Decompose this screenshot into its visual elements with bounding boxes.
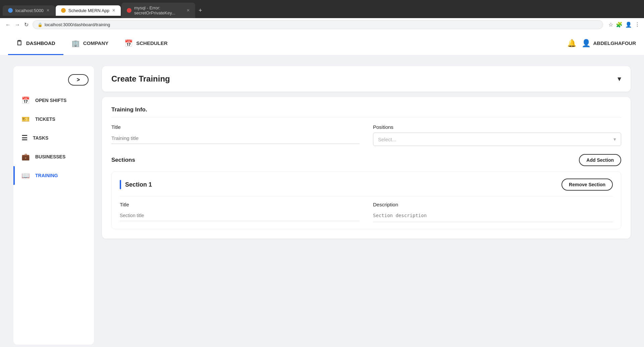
training-icon: 📖	[21, 171, 30, 180]
nav-dashboard[interactable]: 🗒 DASHBOAD	[8, 31, 63, 55]
close-tab-1[interactable]: ✕	[46, 8, 50, 13]
section-title-field: Title	[120, 202, 360, 222]
positions-select-wrapper[interactable]: Select... ▾	[373, 133, 621, 146]
training-info-row: Title Positions Select... ▾	[111, 124, 621, 146]
sidebar-toggle-area: >	[19, 74, 89, 86]
extensions-icon[interactable]: 🧩	[616, 21, 623, 28]
app-body: > 📅 OPEN SHIFTS 🎫 TICKETS ☰ TASKS 💼 BUSI…	[0, 55, 644, 347]
reload-button[interactable]: ↻	[23, 20, 30, 29]
nav-company-label: COMPANY	[83, 40, 109, 46]
positions-label: Positions	[373, 124, 621, 130]
nav-scheduler[interactable]: 📅 SCHEDULER	[116, 31, 175, 55]
tab-mysql[interactable]: mysql - Error: secretOrPrivateKey... ✕	[121, 3, 195, 18]
nav-buttons: ← → ↻	[4, 20, 30, 29]
close-tab-2[interactable]: ✕	[112, 8, 115, 13]
training-form-card: Training Info. Title Positions Select...…	[102, 97, 631, 239]
sections-header: Sections Add Section	[111, 154, 621, 166]
tab-bar: localhost:5000 ✕ Schedule MERN App ✕ mys…	[0, 0, 644, 18]
sidebar-tasks-label: TASKS	[33, 135, 48, 141]
sidebar-businesses-label: BUSINESSES	[35, 154, 65, 159]
create-training-card: Create Training ▾	[102, 66, 631, 92]
user-avatar-icon: 👤	[582, 39, 591, 48]
section-description-label: Description	[373, 202, 613, 207]
app-header: 🗒 DASHBOAD 🏢 COMPANY 📅 SCHEDULER 🔔 👤 ABD…	[0, 31, 644, 55]
bookmark-star-icon[interactable]: ☆	[608, 21, 613, 28]
tab-localhost[interactable]: localhost:5000 ✕	[3, 5, 55, 16]
close-tab-3[interactable]: ✕	[186, 8, 190, 13]
section-1-header: Section 1 Remove Section	[120, 179, 613, 191]
businesses-icon: 💼	[21, 153, 30, 161]
url-text: localhost:3000/dashboard/training	[45, 22, 110, 27]
username-label: ABDELGHAFOUR	[593, 40, 636, 46]
section-1-title: Section 1	[125, 181, 152, 188]
bell-icon[interactable]: 🔔	[567, 39, 576, 48]
globe-icon	[8, 8, 13, 13]
section-1-name: Section 1	[120, 180, 152, 189]
positions-field: Positions Select... ▾	[373, 124, 621, 146]
url-bar[interactable]: 🔒 localhost:3000/dashboard/training	[33, 20, 603, 29]
sidebar-open-shifts-label: OPEN SHIFTS	[35, 98, 66, 103]
training-info-title: Training Info.	[111, 106, 621, 117]
section-description-input[interactable]	[373, 210, 613, 222]
main-content: Create Training ▾ Training Info. Title P…	[102, 66, 631, 345]
title-label: Title	[111, 124, 360, 130]
open-shifts-icon: 📅	[21, 96, 30, 104]
nav-company[interactable]: 🏢 COMPANY	[63, 31, 117, 55]
section-bar-icon	[120, 180, 121, 189]
section-1-body: Title Description	[120, 196, 613, 222]
section-1-card: Section 1 Remove Section Title Descripti…	[111, 171, 621, 229]
menu-icon[interactable]: ⋮	[635, 21, 640, 28]
select-chevron-icon: ▾	[613, 136, 616, 142]
lock-icon: 🔒	[38, 22, 43, 27]
tasks-icon: ☰	[21, 134, 28, 142]
remove-section-button[interactable]: Remove Section	[561, 179, 613, 191]
address-bar: ← → ↻ 🔒 localhost:3000/dashboard/trainin…	[0, 18, 644, 31]
new-tab-button[interactable]: +	[196, 6, 205, 15]
back-button[interactable]: ←	[4, 20, 12, 29]
browser-chrome: localhost:5000 ✕ Schedule MERN App ✕ mys…	[0, 0, 644, 31]
positions-select[interactable]: Select...	[378, 137, 613, 142]
title-field: Title	[111, 124, 360, 146]
dashboard-icon: 🗒	[16, 39, 23, 47]
sidebar-item-tasks[interactable]: ☰ TASKS	[13, 129, 94, 147]
company-icon: 🏢	[71, 39, 80, 47]
sections-label: Sections	[111, 157, 135, 163]
user-profile-icon[interactable]: 👤	[625, 21, 632, 28]
sidebar-tickets-label: TICKETS	[35, 116, 55, 122]
sidebar-item-businesses[interactable]: 💼 BUSINESSES	[13, 147, 94, 166]
user-section[interactable]: 👤 ABDELGHAFOUR	[582, 39, 636, 48]
nav-dashboard-label: DASHBOAD	[26, 40, 55, 46]
sidebar-toggle-button[interactable]: >	[68, 74, 89, 86]
tab-schedule[interactable]: Schedule MERN App ✕	[56, 5, 121, 16]
title-input[interactable]	[111, 133, 360, 144]
sidebar-item-training[interactable]: 📖 TRAINING	[13, 166, 94, 185]
scheduler-icon: 📅	[124, 39, 133, 47]
nav-scheduler-label: SCHEDULER	[136, 40, 167, 46]
sidebar-item-open-shifts[interactable]: 📅 OPEN SHIFTS	[13, 91, 94, 110]
sidebar-training-label: TRAINING	[35, 173, 58, 178]
section-1-form-row: Title Description	[120, 202, 613, 222]
tickets-icon: 🎫	[21, 115, 30, 123]
section-title-input[interactable]	[120, 210, 360, 221]
add-section-button[interactable]: Add Section	[579, 154, 621, 166]
create-training-title: Create Training	[111, 74, 170, 84]
schedule-icon	[61, 8, 66, 13]
forward-button[interactable]: →	[13, 20, 21, 29]
sidebar: > 📅 OPEN SHIFTS 🎫 TICKETS ☰ TASKS 💼 BUSI…	[13, 66, 94, 345]
main-nav: 🗒 DASHBOAD 🏢 COMPANY 📅 SCHEDULER	[8, 31, 176, 55]
section-title-label: Title	[120, 202, 360, 207]
header-right: 🔔 👤 ABDELGHAFOUR	[567, 39, 636, 48]
mysql-icon	[127, 8, 131, 13]
section-description-field: Description	[373, 202, 613, 222]
sidebar-item-tickets[interactable]: 🎫 TICKETS	[13, 110, 94, 129]
chevron-down-icon[interactable]: ▾	[618, 75, 621, 83]
browser-icons: ☆ 🧩 👤 ⋮	[608, 21, 640, 28]
